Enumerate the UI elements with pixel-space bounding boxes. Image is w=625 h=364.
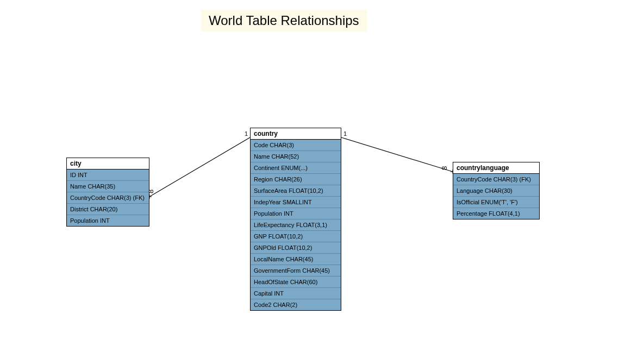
entity-city-col: Name CHAR(35) bbox=[67, 181, 149, 192]
entity-city-col: Population INT bbox=[67, 215, 149, 226]
cardinality-many-right: 8 bbox=[440, 166, 448, 170]
entity-country-col: LifeExpectancy FLOAT(3,1) bbox=[251, 219, 341, 231]
entity-city: city ID INT Name CHAR(35) CountryCode CH… bbox=[66, 158, 149, 227]
er-diagram-canvas: World Table Relationships 1 1 8 8 city I… bbox=[0, 0, 625, 364]
entity-country-col: Code CHAR(3) bbox=[251, 140, 341, 151]
entity-country-col: Region CHAR(26) bbox=[251, 174, 341, 185]
entity-city-col: CountryCode CHAR(3) (FK) bbox=[67, 192, 149, 204]
entity-country-col: HeadOfState CHAR(60) bbox=[251, 277, 341, 288]
entity-city-col: District CHAR(20) bbox=[67, 204, 149, 215]
entity-country-col: IndepYear SMALLINT bbox=[251, 197, 341, 208]
entity-country-col: LocalName CHAR(45) bbox=[251, 254, 341, 265]
entity-country-col: Population INT bbox=[251, 208, 341, 219]
diagram-title: World Table Relationships bbox=[201, 10, 367, 32]
entity-country-header: country bbox=[251, 128, 341, 140]
entity-countrylanguage: countrylanguage CountryCode CHAR(3) (FK)… bbox=[453, 162, 540, 219]
entity-countrylanguage-col: CountryCode CHAR(3) (FK) bbox=[453, 174, 539, 185]
entity-country-col: Capital INT bbox=[251, 288, 341, 299]
entity-city-col: ID INT bbox=[67, 170, 149, 181]
entity-country-col: Continent ENUM(...) bbox=[251, 162, 341, 174]
cardinality-one-right: 1 bbox=[343, 130, 347, 137]
entity-countrylanguage-col: Percentage FLOAT(4,1) bbox=[453, 208, 539, 219]
entity-country-col: Code2 CHAR(2) bbox=[251, 299, 341, 310]
entity-countrylanguage-col: IsOfficial ENUM('T', 'F') bbox=[453, 197, 539, 208]
entity-country: country Code CHAR(3) Name CHAR(52) Conti… bbox=[250, 128, 341, 311]
cardinality-one-left: 1 bbox=[245, 130, 248, 137]
entity-country-col: GNP FLOAT(10,2) bbox=[251, 231, 341, 242]
entity-city-header: city bbox=[67, 158, 149, 170]
entity-country-col: Name CHAR(52) bbox=[251, 151, 341, 162]
entity-country-col: GovernmentForm CHAR(45) bbox=[251, 265, 341, 277]
entity-country-col: SurfaceArea FLOAT(10,2) bbox=[251, 185, 341, 197]
entity-countrylanguage-col: Language CHAR(30) bbox=[453, 185, 539, 197]
entity-countrylanguage-header: countrylanguage bbox=[453, 162, 539, 174]
entity-country-col: GNPOld FLOAT(10,2) bbox=[251, 242, 341, 254]
